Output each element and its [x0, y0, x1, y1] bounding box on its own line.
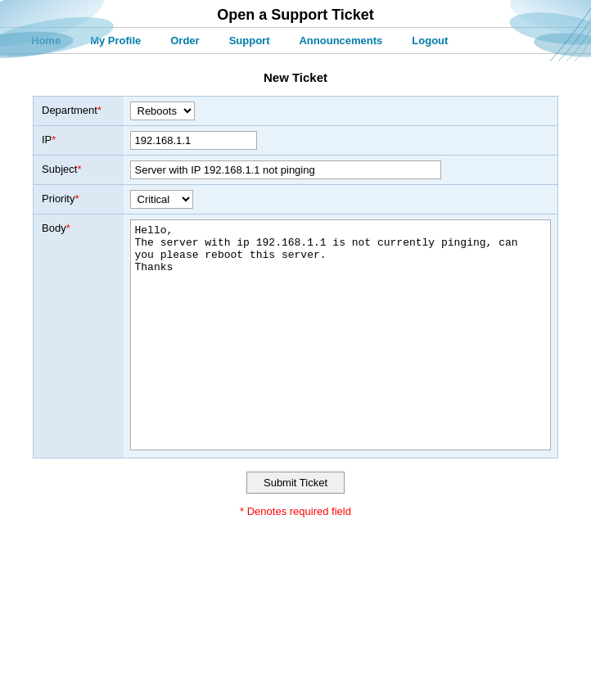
ip-row: IP*	[34, 126, 558, 156]
department-required-star: *	[97, 104, 102, 116]
priority-input-cell: Low Medium High Critical	[124, 185, 558, 215]
priority-select[interactable]: Low Medium High Critical	[130, 190, 193, 209]
page-header: Open a Support Ticket	[0, 0, 591, 27]
department-label: Department*	[34, 97, 124, 126]
ip-input[interactable]	[130, 131, 257, 150]
subject-label: Subject*	[34, 156, 124, 185]
ip-label: IP*	[34, 126, 124, 156]
required-note: * Denotes required field	[33, 505, 558, 517]
nav-logout[interactable]: Logout	[397, 28, 462, 53]
logo-right	[509, 0, 591, 61]
department-row: Department* Reboots Billing General	[34, 97, 558, 126]
logo-left	[0, 0, 127, 61]
body-input-cell: Hello, The server with ip 192.168.1.1 is…	[124, 215, 558, 458]
subject-input-cell	[124, 156, 558, 185]
submit-area: Submit Ticket	[33, 472, 558, 494]
nav-announcements[interactable]: Announcements	[284, 28, 397, 53]
ticket-form: Department* Reboots Billing General IP*	[33, 96, 558, 458]
form-section-title: New Ticket	[33, 70, 558, 84]
nav-order[interactable]: Order	[156, 28, 214, 53]
subject-input[interactable]	[130, 160, 441, 179]
body-row: Body* Hello, The server with ip 192.168.…	[34, 215, 558, 458]
body-textarea[interactable]: Hello, The server with ip 192.168.1.1 is…	[130, 219, 552, 450]
ip-input-cell	[124, 126, 558, 156]
department-input-cell: Reboots Billing General	[124, 97, 558, 126]
priority-label: Priority*	[34, 185, 124, 215]
subject-row: Subject*	[34, 156, 558, 185]
nav-support[interactable]: Support	[214, 28, 285, 53]
body-required-star: *	[66, 222, 70, 234]
page-title: Open a Support Ticket	[217, 7, 374, 24]
priority-row: Priority* Low Medium High Critical	[34, 185, 558, 215]
department-select[interactable]: Reboots Billing General	[130, 102, 195, 120]
main-content: New Ticket Department* Reboots Billing G…	[0, 54, 591, 542]
subject-required-star: *	[77, 163, 81, 175]
ip-required-star: *	[52, 133, 56, 146]
body-label: Body*	[34, 215, 124, 458]
submit-button[interactable]: Submit Ticket	[246, 472, 345, 494]
priority-required-star: *	[74, 192, 79, 205]
